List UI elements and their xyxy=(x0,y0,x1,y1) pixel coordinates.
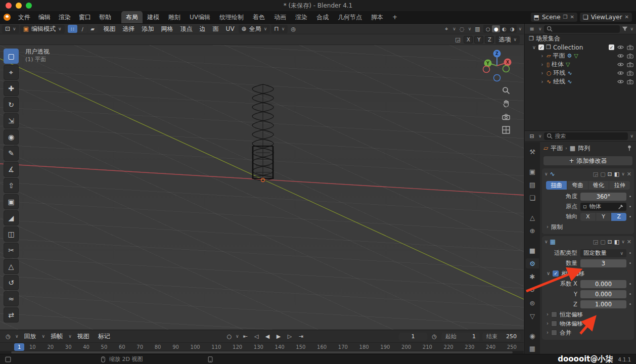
chevron-right-icon[interactable]: › xyxy=(540,71,544,76)
chevron-down-icon[interactable]: ∨ xyxy=(544,172,548,176)
menu-window[interactable]: 窗口 xyxy=(75,11,95,23)
delete-modifier-icon[interactable]: ✕ xyxy=(627,239,631,245)
constant-offset-checkbox[interactable] xyxy=(551,311,557,317)
tool-knife[interactable]: ✂ xyxy=(4,243,19,258)
tool-bevel[interactable]: ◢ xyxy=(4,210,19,225)
modifier-header[interactable]: ∨ ▦ ◲ ▢ ⊡ ◧ ∨ ✕ xyxy=(542,236,634,247)
menu-select[interactable]: 选择 xyxy=(120,25,138,33)
animate-dot[interactable] xyxy=(629,262,631,264)
tool-tweak-select[interactable]: ▢ xyxy=(4,49,19,64)
menu-render[interactable]: 渲染 xyxy=(55,11,75,23)
menu-file[interactable]: 文件 xyxy=(14,11,34,23)
pan-hand-icon[interactable] xyxy=(502,100,510,108)
tool-extrude-region[interactable]: ⇧ xyxy=(4,178,19,193)
workspace-tab-shading[interactable]: 着色 xyxy=(248,11,269,23)
transform-orientation-dropdown[interactable]: ⊕ 全局 ∨ xyxy=(239,25,270,33)
minimize-window-button[interactable] xyxy=(16,3,22,9)
close-viewlayer-icon[interactable]: ✕ xyxy=(625,15,629,20)
toggle-editmode-icon[interactable]: ▢ xyxy=(600,239,605,245)
factor-x-field[interactable]: 0.000 xyxy=(580,280,626,288)
object-offset-section[interactable]: › 物体偏移 xyxy=(542,319,634,328)
animate-dot[interactable] xyxy=(629,283,631,285)
tab-texture[interactable]: ▦ xyxy=(526,344,539,354)
workspace-tab-animation[interactable]: 动画 xyxy=(269,11,291,23)
eyedropper-icon[interactable] xyxy=(618,204,624,210)
tool-measure[interactable]: ∡ xyxy=(4,162,19,177)
viewlayer-selector[interactable]: ❏ ViewLayer ✕ xyxy=(580,13,632,22)
chevron-down-icon[interactable]: ∨ xyxy=(544,240,548,244)
menu-face[interactable]: 面 xyxy=(210,25,222,33)
animate-dot[interactable] xyxy=(629,196,631,197)
play-button[interactable]: ▶ xyxy=(274,332,284,340)
mirror-y-toggle[interactable]: Y xyxy=(474,36,483,43)
animate-dot[interactable] xyxy=(629,293,631,295)
origin-field[interactable]: ▫ 物体 xyxy=(580,203,626,211)
editor-type-dropdown[interactable]: ⊡ ∨ xyxy=(2,25,19,33)
show-gizmo-icon[interactable]: ⌖ xyxy=(442,25,451,33)
blender-logo-icon[interactable] xyxy=(0,11,14,23)
tool-scale[interactable]: ⇲ xyxy=(4,113,19,128)
workspace-tab-rendering[interactable]: 渲染 xyxy=(291,11,312,23)
outliner-item-scene-collection[interactable]: ❒ 场景集合 xyxy=(525,34,636,43)
close-window-button[interactable] xyxy=(6,3,12,9)
outliner-search-input[interactable] xyxy=(544,25,620,33)
shading-solid-button[interactable]: ● xyxy=(492,25,500,32)
toggle-realtime-icon[interactable]: ⊡ xyxy=(608,171,612,177)
navigation-gizmo[interactable]: Z Y X xyxy=(480,49,514,84)
chevron-right-icon[interactable]: › xyxy=(540,79,544,84)
camera-icon[interactable] xyxy=(627,79,633,84)
tab-tool[interactable]: ⚒ xyxy=(526,147,539,157)
camera-icon[interactable] xyxy=(627,53,633,59)
eye-icon[interactable] xyxy=(617,70,624,76)
camera-icon[interactable] xyxy=(627,70,633,76)
angle-field[interactable]: 360° xyxy=(580,193,626,201)
factor-z-field[interactable]: 1.000 xyxy=(580,300,626,308)
shading-rendered-button[interactable]: ◑ xyxy=(508,25,516,32)
tab-material[interactable]: ◉ xyxy=(526,331,539,341)
mode-bend-button[interactable]: 弯曲 xyxy=(567,181,588,190)
mode-dropdown[interactable]: ▣ 编辑模式 ∨ xyxy=(20,25,65,33)
axis-y-button[interactable]: Y xyxy=(596,213,611,221)
jump-to-start-button[interactable]: ⇤ xyxy=(241,332,250,340)
edge-select-button[interactable]: ∕ xyxy=(78,25,87,33)
menu-add[interactable]: 添加 xyxy=(139,25,157,33)
relative-offset-section[interactable]: ∨ ✓ 相对偏移 xyxy=(542,269,634,278)
menu-vertex[interactable]: 顶点 xyxy=(177,25,196,33)
camera-icon[interactable] xyxy=(627,44,633,50)
chevron-right-icon[interactable]: › xyxy=(540,54,544,59)
properties-search-input[interactable]: 搜索 xyxy=(544,132,628,140)
object-offset-checkbox[interactable] xyxy=(551,321,557,327)
next-keyframe-button[interactable]: ▷ xyxy=(285,332,295,340)
animate-dot[interactable] xyxy=(629,252,631,254)
axis-x-button[interactable]: X xyxy=(580,213,596,221)
tab-object[interactable]: ■ xyxy=(526,246,539,256)
breadcrumb-object[interactable]: 平面 xyxy=(551,144,563,153)
mode-twist-button[interactable]: 扭曲 xyxy=(546,181,567,190)
options-dropdown[interactable]: 选项 ∨ xyxy=(495,35,520,44)
exclude-checkbox[interactable]: ✓ xyxy=(609,44,614,50)
merge-checkbox[interactable] xyxy=(551,330,557,336)
menu-playback[interactable]: 回放 xyxy=(21,332,39,341)
animate-dot[interactable] xyxy=(629,303,631,305)
tool-loop-cut[interactable]: ◫ xyxy=(4,226,19,242)
delete-modifier-icon[interactable]: ✕ xyxy=(627,171,631,177)
tool-cursor[interactable]: ⌖ xyxy=(4,65,19,80)
tab-object-data[interactable]: ▽ xyxy=(526,311,539,321)
outliner-editor-icon[interactable]: ≡ xyxy=(527,25,536,33)
snap-dropdown[interactable]: ⊓ ∨ xyxy=(271,25,288,33)
properties-editor-icon[interactable]: ⊟ xyxy=(527,132,536,141)
current-frame-field[interactable]: 1 xyxy=(399,333,427,341)
relative-offset-checkbox[interactable]: ✓ xyxy=(553,270,559,277)
tab-view-layer[interactable]: ❏ xyxy=(526,193,539,203)
factor-y-field[interactable]: 0.000 xyxy=(580,290,626,298)
eye-icon[interactable] xyxy=(617,79,624,84)
add-modifier-button[interactable]: + 添加修改器 xyxy=(543,156,632,165)
vertex-select-button[interactable]: ∷ xyxy=(68,25,77,33)
workspace-tab-texture-paint[interactable]: 纹理绘制 xyxy=(215,11,248,23)
menu-help[interactable]: 帮助 xyxy=(95,11,115,23)
show-overlays-icon[interactable]: ◌ xyxy=(458,25,467,33)
tab-physics[interactable]: ↺ xyxy=(526,285,539,295)
pin-icon[interactable] xyxy=(626,145,632,151)
merge-section[interactable]: › 合并 xyxy=(542,328,634,337)
timeline-editor-icon[interactable]: ◷ xyxy=(4,332,13,341)
